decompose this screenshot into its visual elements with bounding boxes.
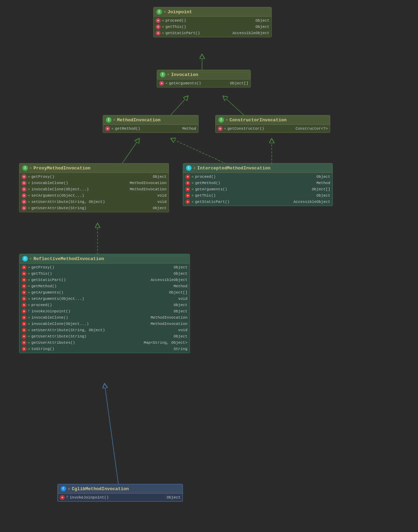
class-reflectivemethodinvocation: C « ReflectiveMethodInvocation m « getPr… — [19, 254, 190, 353]
return-type: Object[] — [169, 290, 187, 295]
return-type: Object — [173, 309, 187, 313]
imi-body: m « proceed() Object m « getMethod() Met… — [183, 173, 332, 206]
method-icon: m — [156, 18, 161, 23]
method-icon: m — [22, 303, 26, 307]
return-type: Object — [153, 175, 167, 179]
method-icon: m — [22, 321, 26, 326]
svg-line-1 — [171, 96, 188, 115]
return-type: AccessibleObject — [232, 31, 269, 35]
class-proxymethodinvocation: I « ProxyMethodInvocation m « getProxy()… — [19, 163, 169, 212]
method-name: invocableClone() — [31, 316, 149, 320]
pmi-body: m « getProxy() Object m « invocableClone… — [20, 173, 169, 212]
method-icon: m — [22, 187, 26, 192]
method-name: invokeJoinpoint() — [31, 309, 172, 313]
method-name: getMethod() — [195, 181, 315, 185]
method-icon: m — [22, 290, 26, 295]
method-icon: m — [185, 199, 190, 204]
method-name: toString() — [31, 347, 172, 351]
method-name: proceed() — [195, 175, 315, 179]
joinpoint-vis-icon: « — [164, 10, 166, 14]
cglib-class-name: CglibMethodInvocation — [72, 486, 129, 492]
method-row: m « invocableClone(Object...) MethodInvo… — [20, 186, 169, 192]
return-type: Object — [316, 193, 330, 198]
method-row: m « getProxy() Object — [20, 174, 169, 180]
method-row: m « setUserAttribute(String, Object) voi… — [20, 199, 169, 205]
method-row: m « setArguments(Object...) void — [20, 296, 189, 302]
class-joinpoint-header: I « Joinpoint — [154, 7, 271, 17]
method-name: getStaticPart() — [31, 278, 149, 282]
invocation-body: m « getArguments() Object[] — [157, 79, 250, 87]
method-name: setUserAttribute(String, Object) — [31, 200, 156, 204]
return-type: void — [178, 328, 187, 332]
return-type: MethodInvocation — [130, 187, 167, 191]
method-name: proceed() — [165, 18, 254, 23]
method-row: m « getUserAttribute(String) Object — [20, 333, 189, 340]
method-icon: m — [156, 24, 161, 29]
method-row: m « proceed() Object — [183, 174, 332, 180]
pmi-type-icon: I — [22, 165, 28, 171]
return-type: Object — [255, 25, 269, 29]
method-row: m f invokeJoinpoint() Object — [20, 308, 189, 314]
rmi-body: m « getProxy() Object m « getThis() Obje… — [20, 264, 189, 353]
svg-line-3 — [122, 138, 139, 164]
method-name: getThis() — [165, 25, 254, 29]
method-name: getArguments() — [31, 290, 168, 295]
method-icon: m — [22, 334, 26, 339]
method-row: m « getArguments() Object[] — [157, 80, 250, 86]
method-row: m « invocableClone() MethodInvocation — [20, 314, 189, 321]
return-type: void — [157, 193, 167, 198]
method-icon: m — [22, 296, 26, 301]
method-row: m « getMethod() Method — [183, 180, 332, 186]
method-row: m « setArguments(Object...) void — [20, 192, 169, 199]
return-type: Object — [316, 175, 330, 179]
method-row: m « getProxy() Object — [20, 264, 189, 271]
method-row: m « proceed() Object — [154, 17, 271, 24]
method-icon: m — [22, 199, 26, 204]
return-type: Object — [173, 265, 187, 269]
svg-line-2 — [223, 96, 244, 115]
return-type: Object — [173, 272, 187, 276]
pmi-class-name: ProxyMethodInvocation — [33, 166, 91, 171]
method-icon: m — [185, 181, 190, 185]
class-methodinvocation: I « MethodInvocation m « getMethod() Met… — [103, 115, 199, 133]
method-row: m « getArguments() Object[] — [183, 186, 332, 192]
return-type: Method — [182, 127, 196, 131]
method-row: m « getArguments() Object[] — [20, 289, 189, 296]
method-icon: m — [22, 271, 26, 276]
return-type: AccessibleObject — [150, 278, 187, 282]
class-pmi-header: I « ProxyMethodInvocation — [20, 164, 169, 173]
joinpoint-type-icon: I — [156, 9, 162, 15]
method-name: invocableClone(Object...) — [31, 187, 128, 191]
imi-class-name: InterceptedMethodInvocation — [197, 166, 271, 171]
method-name: getMethod() — [115, 127, 181, 131]
class-methodinvocation-header: I « MethodInvocation — [103, 115, 198, 125]
method-icon: m — [156, 31, 161, 36]
return-type: Method — [173, 284, 187, 288]
method-name: getArguments() — [195, 187, 310, 191]
method-row: m « invocableClone(Object...) MethodInvo… — [20, 321, 189, 327]
mi-body: m « getMethod() Method — [103, 125, 198, 132]
svg-line-7 — [104, 383, 118, 485]
method-icon: m — [22, 278, 26, 282]
class-cglibmethodinvocation: C a CglibMethodInvocation m f invokeJoin… — [57, 484, 183, 502]
method-name: setArguments(Object...) — [31, 193, 156, 198]
class-cglib-header: C a CglibMethodInvocation — [58, 484, 183, 494]
method-name: getThis() — [31, 272, 172, 276]
method-row: m « getStaticPart() AccessibleObject — [20, 277, 189, 283]
rmi-class-name: ReflectiveMethodInvocation — [33, 256, 104, 261]
method-row: m « invocableClone() MethodInvocation — [20, 180, 169, 186]
method-row: m « getMethod() Method — [103, 126, 198, 132]
method-icon: m — [22, 315, 26, 320]
class-constructorinvocation: I « ConstructorInvocation m « getConstru… — [215, 115, 330, 133]
method-name: setArguments(Object...) — [31, 297, 177, 301]
return-type: MethodInvocation — [150, 316, 187, 320]
method-icon: m — [60, 495, 65, 500]
mi-class-name: MethodInvocation — [117, 117, 161, 123]
method-icon: m — [105, 126, 110, 131]
ci-type-icon: I — [218, 117, 224, 123]
method-name: getUserAttribute(String) — [31, 206, 151, 210]
joinpoint-class-name: Joinpoint — [168, 9, 192, 15]
method-name: invocableClone() — [31, 181, 128, 185]
method-row: m f invokeJoinpoint() Object — [58, 494, 183, 501]
method-row: m « getStaticPart() AccessibleObject — [154, 30, 271, 36]
